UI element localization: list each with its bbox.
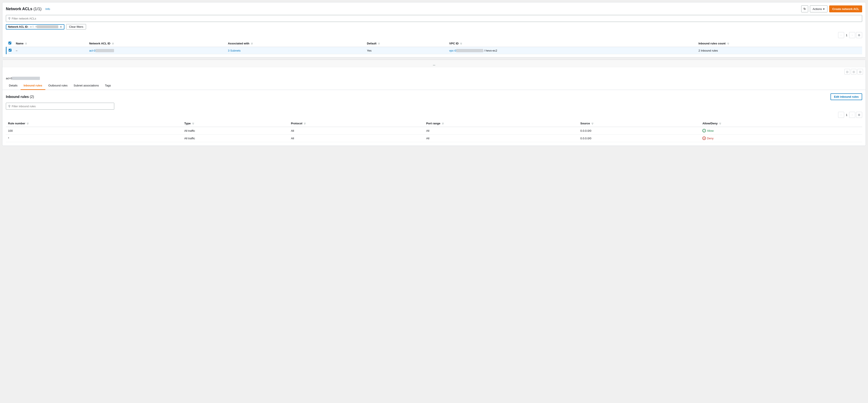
tab-tags[interactable]: Tags — [102, 82, 114, 90]
sort-icon: ▽ — [304, 123, 306, 125]
col-associated: Associated with ▽ — [226, 40, 365, 47]
sort-icon: ▽ — [442, 123, 444, 125]
network-acls-table: Name ▽ Network ACL ID ▽ Associated with … — [6, 40, 862, 54]
search-bar: ⚲ — [6, 15, 862, 22]
rule-protocol: All — [289, 127, 424, 135]
inbound-next-button[interactable]: › — [849, 112, 855, 118]
sort-icon: ▽ — [112, 42, 114, 45]
filter-row: Network ACL ID: acl-0███████████████ ✕ C… — [6, 24, 862, 30]
filter-tag-label: Network ACL ID: — [8, 25, 28, 28]
select-all-header — [6, 40, 14, 47]
acl-id-link[interactable]: acl-0███████████ — [89, 49, 114, 52]
deny-icon: ✕ — [702, 136, 706, 140]
full-view-button[interactable]: ◫ — [857, 69, 863, 74]
col-source: Source ▽ — [578, 120, 700, 127]
row-checkbox[interactable] — [9, 49, 11, 52]
row-associated-with: 3 Subnets — [226, 47, 365, 54]
inbound-search-icon: ⚲ — [8, 104, 10, 108]
section-header: Inbound rules (2) Edit inbound rules — [6, 93, 862, 100]
inbound-search-bar: ⚲ — [6, 103, 114, 110]
inbound-rule-row: 100 All traffic All All 0.0.0.0/0 ✓ Allo… — [6, 127, 862, 135]
tab-inbound-rules[interactable]: Inbound rules — [21, 82, 45, 90]
sort-icon: ▽ — [192, 123, 194, 125]
subnets-link[interactable]: 3 Subnets — [228, 49, 241, 52]
sort-icon: ▽ — [460, 42, 462, 45]
header-actions: ↻ Actions ▾ Create network ACL — [801, 5, 862, 12]
rule-protocol: All — [289, 135, 424, 142]
rule-port-range: All — [424, 127, 578, 135]
side-by-side-button[interactable]: ◫ — [851, 69, 857, 74]
row-name: – — [14, 47, 87, 54]
drag-handle[interactable]: ⎯ — [2, 60, 866, 67]
detail-panel: ⎯ ◫ ◫ ◫ acl-0██████████████ Details Inbo… — [2, 60, 866, 146]
inbound-settings-button[interactable]: ⚙ — [856, 112, 862, 118]
sort-icon: ▽ — [251, 42, 253, 45]
create-network-acl-button[interactable]: Create network ACL — [829, 5, 862, 12]
rule-allow-deny: ✓ Allow — [700, 127, 862, 135]
row-default: Yes — [365, 47, 447, 54]
search-input[interactable] — [12, 17, 860, 20]
col-acl-id: Network ACL ID ▽ — [87, 40, 226, 47]
inbound-search-input[interactable] — [12, 105, 112, 108]
detail-acl-id-blurred: ██████████████ — [12, 77, 40, 80]
col-inbound-count: Inbound rules count ▽ — [696, 40, 862, 47]
rule-port-range: All — [424, 135, 578, 142]
detail-content: Inbound rules (2) Edit inbound rules ⚲ ‹… — [2, 90, 866, 145]
sort-icon: ▽ — [727, 42, 729, 45]
col-type: Type ▽ — [182, 120, 289, 127]
info-link[interactable]: Info — [45, 7, 50, 11]
table-row[interactable]: – acl-0███████████ 3 Subnets Yes vpc-0██… — [6, 47, 862, 54]
actions-button[interactable]: Actions ▾ — [810, 5, 828, 12]
section-title: Inbound rules (2) — [6, 95, 34, 99]
sort-icon: ▽ — [719, 123, 721, 125]
split-view-button[interactable]: ◫ — [844, 69, 850, 74]
inbound-rules-table: Rule number ▽ Type ▽ Protocol ▽ Port ran… — [6, 120, 862, 142]
close-icon[interactable]: ✕ — [60, 25, 62, 28]
col-rule-number: Rule number ▽ — [6, 120, 182, 127]
tab-outbound-rules[interactable]: Outbound rules — [45, 82, 71, 90]
rule-number: 100 — [6, 127, 182, 135]
tab-subnet-associations[interactable]: Subnet associations — [71, 82, 102, 90]
deny-badge: ✕ Deny — [702, 136, 860, 140]
col-allow-deny: Allow/Deny ▽ — [700, 120, 862, 127]
col-vpc-id: VPC ID ▽ — [447, 40, 696, 47]
vpc-id-link[interactable]: vpc-0████████████████ — [449, 49, 483, 52]
sort-icon: ▽ — [592, 123, 593, 125]
inbound-rule-row: * All traffic All All 0.0.0.0/0 ✕ Deny — [6, 135, 862, 142]
col-name: Name ▽ — [14, 40, 87, 47]
sort-icon: ▽ — [378, 42, 380, 45]
rule-type: All traffic — [182, 127, 289, 135]
page-number: 1 — [845, 34, 848, 37]
edit-inbound-rules-button[interactable]: Edit inbound rules — [831, 93, 862, 100]
rule-source: 0.0.0.0/0 — [578, 135, 700, 142]
rule-type: All traffic — [182, 135, 289, 142]
row-acl-id: acl-0███████████ — [87, 47, 226, 54]
prev-page-button[interactable]: ‹ — [838, 32, 844, 38]
rule-number: * — [6, 135, 182, 142]
clear-filters-button[interactable]: Clear filters — [66, 24, 86, 30]
filter-tag: Network ACL ID: acl-0███████████████ ✕ — [6, 24, 64, 30]
col-port-range: Port range ▽ — [424, 120, 578, 127]
rule-source: 0.0.0.0/0 — [578, 127, 700, 135]
sort-icon: ▽ — [25, 42, 27, 45]
row-checkbox-cell — [6, 47, 14, 54]
select-all-checkbox[interactable] — [8, 42, 11, 44]
inbound-prev-button[interactable]: ‹ — [838, 112, 844, 118]
detail-acl-id: acl-0██████████████ — [2, 74, 866, 80]
allow-icon: ✓ — [702, 129, 706, 132]
tab-details[interactable]: Details — [6, 82, 21, 90]
panel-header: Network ACLs (1/1) Info ↻ Actions ▾ Crea… — [6, 5, 862, 12]
panel-view-icons: ◫ ◫ ◫ — [2, 67, 866, 74]
next-page-button[interactable]: › — [849, 32, 855, 38]
network-acls-panel: Network ACLs (1/1) Info ↻ Actions ▾ Crea… — [2, 2, 866, 58]
col-protocol: Protocol ▽ — [289, 120, 424, 127]
tabs-row: Details Inbound rules Outbound rules Sub… — [2, 82, 866, 90]
refresh-button[interactable]: ↻ — [801, 5, 808, 12]
table-settings-button[interactable]: ⚙ — [856, 32, 862, 38]
row-vpc-id: vpc-0████████████████ / hevo-ec2 — [447, 47, 696, 54]
panel-title: Network ACLs (1/1) — [6, 7, 41, 11]
sort-icon: ▽ — [27, 123, 29, 125]
allow-badge: ✓ Allow — [702, 129, 860, 132]
rule-allow-deny: ✕ Deny — [700, 135, 862, 142]
filter-tag-value: acl-0███████████████ — [30, 25, 58, 28]
